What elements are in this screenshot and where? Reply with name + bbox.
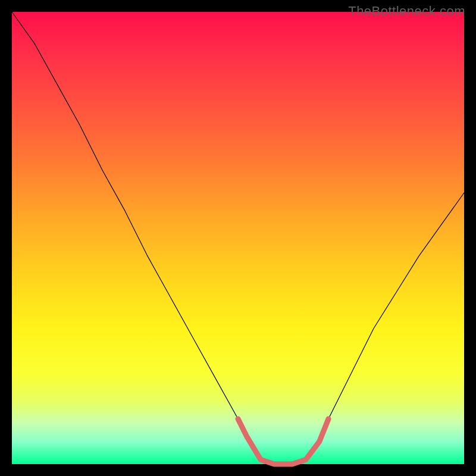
chart-frame: TheBottleneck.com	[0, 0, 476, 476]
chart-svg	[12, 12, 464, 464]
valley-highlight-path	[238, 419, 328, 464]
bottleneck-curve-path	[12, 12, 464, 464]
